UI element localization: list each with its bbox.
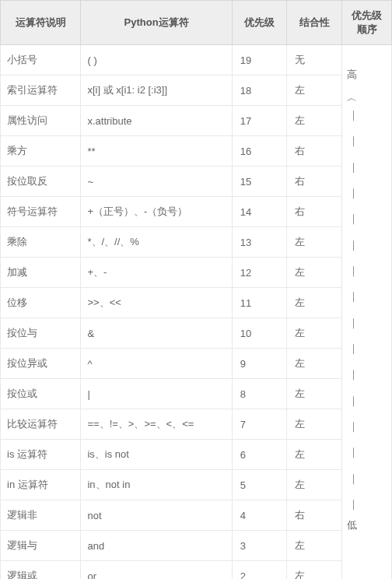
cell-assoc: 右 — [287, 167, 342, 197]
cell-priority: 15 — [232, 167, 287, 197]
order-dash-line: ｜｜｜｜｜｜｜｜｜｜｜｜｜｜｜｜ — [348, 107, 359, 512]
cell-assoc: 左 — [287, 531, 342, 561]
cell-priority: 10 — [232, 318, 287, 349]
table-row: 乘方**16右 — [1, 136, 392, 167]
cell-assoc: 右 — [287, 197, 342, 227]
cell-python: ==、!=、>、>=、<、<= — [81, 409, 232, 440]
cell-assoc: 左 — [287, 227, 342, 258]
cell-assoc: 左 — [287, 440, 342, 470]
dash-segment: ｜ — [348, 211, 359, 226]
cell-desc: 小括号 — [1, 45, 81, 75]
cell-python: and — [81, 531, 232, 561]
cell-python: | — [81, 379, 232, 409]
cell-python: +（正号）、-（负号） — [81, 197, 232, 227]
cell-priority: 8 — [232, 379, 287, 409]
table-row: 按位与&10左 — [1, 318, 392, 349]
cell-priority: 14 — [232, 197, 287, 227]
cell-priority: 18 — [232, 75, 287, 106]
cell-desc: 逻辑非 — [1, 500, 81, 531]
table-wrapper: 运算符说明 Python运算符 优先级 结合性 优先级顺序 小括号( )19无高… — [0, 0, 392, 579]
dash-segment: ｜ — [348, 393, 359, 409]
dash-segment: ｜ — [348, 341, 359, 356]
cell-python: ^ — [81, 349, 232, 379]
dash-segment: ｜ — [348, 237, 359, 253]
table-row: in 运算符in、not in5左 — [1, 470, 392, 500]
dash-segment: ｜ — [348, 419, 359, 434]
cell-priority: 7 — [232, 409, 287, 440]
cell-python: is、is not — [81, 440, 232, 470]
cell-python: +、- — [81, 258, 232, 288]
cell-python: x.attribute — [81, 106, 232, 136]
cell-desc: in 运算符 — [1, 470, 81, 500]
table-row: 乘除*、/、//、%13左 — [1, 227, 392, 258]
cell-priority: 19 — [232, 45, 287, 75]
dash-segment: ｜ — [348, 367, 359, 382]
dash-segment: ｜ — [348, 444, 359, 460]
cell-assoc: 左 — [287, 561, 342, 580]
dash-segment: ｜ — [348, 160, 359, 175]
cell-desc: 索引运算符 — [1, 75, 81, 106]
header-priority: 优先级 — [232, 1, 287, 45]
table-row: 索引运算符x[i] 或 x[i1: i2 [:i3]]18左 — [1, 75, 392, 106]
cell-python: in、not in — [81, 470, 232, 500]
cell-desc: 符号运算符 — [1, 197, 81, 227]
cell-priority: 6 — [232, 440, 287, 470]
cell-assoc: 左 — [287, 379, 342, 409]
table-row: 小括号( )19无高︿｜｜｜｜｜｜｜｜｜｜｜｜｜｜｜｜低 — [1, 45, 392, 75]
header-python: Python运算符 — [81, 1, 232, 45]
cell-python: ~ — [81, 167, 232, 197]
order-low-label: 低 — [347, 516, 357, 534]
table-row: 比较运算符==、!=、>、>=、<、<=7左 — [1, 409, 392, 440]
dash-segment: ｜ — [348, 289, 359, 304]
cell-assoc: 左 — [287, 288, 342, 318]
cell-assoc: 左 — [287, 106, 342, 136]
table-row: 逻辑或or2左 — [1, 561, 392, 580]
order-high-label: 高 — [347, 65, 357, 83]
cell-python: x[i] 或 x[i1: i2 [:i3]] — [81, 75, 232, 106]
table-row: 按位异或^9左 — [1, 349, 392, 379]
cell-priority: 9 — [232, 349, 287, 379]
cell-assoc: 左 — [287, 318, 342, 349]
priority-order-indicator: 高︿｜｜｜｜｜｜｜｜｜｜｜｜｜｜｜｜低 — [347, 51, 387, 549]
cell-python: >>、<< — [81, 288, 232, 318]
table-row: 逻辑与and3左 — [1, 531, 392, 561]
cell-desc: 逻辑或 — [1, 561, 81, 580]
dash-segment: ｜ — [348, 133, 359, 149]
cell-desc: 位移 — [1, 288, 81, 318]
cell-priority: 12 — [232, 258, 287, 288]
cell-assoc: 右 — [287, 500, 342, 531]
table-row: 逻辑非not4右 — [1, 500, 392, 531]
table-row: 属性访问x.attribute17左 — [1, 106, 392, 136]
cell-desc: 属性访问 — [1, 106, 81, 136]
cell-python: or — [81, 561, 232, 580]
cell-python: ( ) — [81, 45, 232, 75]
dash-segment: ｜ — [348, 471, 359, 486]
table-row: 符号运算符+（正号）、-（负号）14右 — [1, 197, 392, 227]
cell-priority: 2 — [232, 561, 287, 580]
cell-desc: 按位取反 — [1, 167, 81, 197]
cell-priority: 16 — [232, 136, 287, 167]
cell-desc: 乘除 — [1, 227, 81, 258]
table-row: 位移>>、<<11左 — [1, 288, 392, 318]
cell-assoc: 左 — [287, 258, 342, 288]
cell-assoc: 左 — [287, 409, 342, 440]
cell-desc: 逻辑与 — [1, 531, 81, 561]
header-order: 优先级顺序 — [342, 1, 392, 45]
dash-segment: ｜ — [348, 263, 359, 279]
cell-desc: 按位与 — [1, 318, 81, 349]
cell-priority: 3 — [232, 531, 287, 561]
dash-segment: ｜ — [348, 107, 359, 123]
dash-segment: ｜ — [348, 497, 359, 512]
header-assoc: 结合性 — [287, 1, 342, 45]
operator-precedence-table: 运算符说明 Python运算符 优先级 结合性 优先级顺序 小括号( )19无高… — [0, 0, 392, 579]
cell-assoc: 左 — [287, 470, 342, 500]
table-header-row: 运算符说明 Python运算符 优先级 结合性 优先级顺序 — [1, 1, 392, 45]
cell-assoc: 左 — [287, 75, 342, 106]
cell-desc: 比较运算符 — [1, 409, 81, 440]
cell-desc: is 运算符 — [1, 440, 81, 470]
cell-desc: 乘方 — [1, 136, 81, 167]
cell-python: ** — [81, 136, 232, 167]
cell-desc: 按位异或 — [1, 349, 81, 379]
cell-priority: 4 — [232, 500, 287, 531]
cell-python: & — [81, 318, 232, 349]
